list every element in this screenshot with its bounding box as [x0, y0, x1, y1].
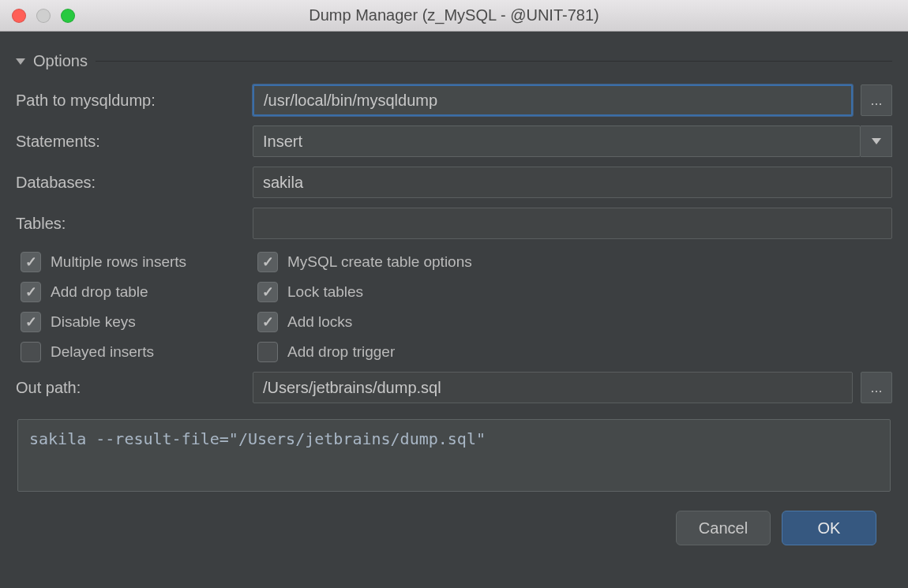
statements-select[interactable]	[253, 125, 892, 157]
multiple-rows-inserts-checkbox[interactable]: ✓ Multiple rows inserts	[16, 252, 253, 272]
outpath-input[interactable]	[253, 372, 853, 403]
checkbox-label: Multiple rows inserts	[51, 253, 186, 271]
checkbox-label: Disable keys	[51, 313, 136, 331]
browse-outpath-button[interactable]: ...	[861, 372, 892, 403]
maximize-window-icon[interactable]	[61, 9, 75, 23]
close-window-icon[interactable]	[12, 9, 26, 23]
checkbox-label: Lock tables	[287, 283, 363, 301]
checkbox-icon: ✓	[21, 312, 41, 332]
checkbox-icon: ✓	[257, 312, 278, 332]
browse-path-button[interactable]: ...	[861, 84, 892, 116]
outpath-label: Out path:	[16, 379, 253, 397]
databases-label: Databases:	[16, 174, 253, 192]
add-drop-trigger-checkbox[interactable]: ✓ Add drop trigger	[253, 342, 892, 362]
divider	[96, 61, 892, 62]
delayed-inserts-checkbox[interactable]: ✓ Delayed inserts	[16, 342, 253, 362]
ok-button[interactable]: OK	[782, 511, 876, 545]
chevron-down-icon	[16, 58, 25, 65]
tables-label: Tables:	[16, 215, 253, 233]
statements-dropdown-button[interactable]	[861, 125, 892, 157]
checkbox-label: MySQL create table options	[287, 253, 472, 271]
checkbox-icon: ✓	[257, 252, 278, 272]
window-controls	[0, 9, 75, 23]
add-locks-checkbox[interactable]: ✓ Add locks	[253, 312, 892, 332]
window-title: Dump Manager (z_MySQL - @UNIT-781)	[0, 6, 908, 24]
tables-input[interactable]	[253, 208, 892, 239]
minimize-window-icon	[36, 9, 51, 23]
statements-value[interactable]	[253, 125, 861, 157]
add-drop-table-checkbox[interactable]: ✓ Add drop table	[16, 282, 253, 302]
section-title: Options	[33, 52, 88, 70]
options-section-toggle[interactable]: Options	[16, 52, 892, 70]
checkbox-icon: ✓	[21, 342, 41, 362]
checkbox-label: Add drop table	[51, 283, 148, 301]
checkbox-label: Add drop trigger	[287, 343, 395, 361]
checkbox-label: Add locks	[287, 313, 352, 331]
checkbox-label: Delayed inserts	[51, 343, 154, 361]
chevron-down-icon	[872, 138, 881, 144]
checkbox-icon: ✓	[257, 282, 278, 302]
databases-input[interactable]	[253, 167, 892, 198]
checkbox-icon: ✓	[21, 282, 41, 302]
titlebar: Dump Manager (z_MySQL - @UNIT-781)	[0, 0, 908, 32]
disable-keys-checkbox[interactable]: ✓ Disable keys	[16, 312, 253, 332]
mysqldump-path-input[interactable]	[253, 84, 853, 116]
statements-label: Statements:	[16, 133, 253, 151]
checkbox-icon: ✓	[257, 342, 278, 362]
cancel-button[interactable]: Cancel	[676, 511, 771, 545]
path-label: Path to mysqldump:	[16, 92, 253, 110]
mysql-create-table-checkbox[interactable]: ✓ MySQL create table options	[253, 252, 892, 272]
command-preview[interactable]: sakila --result-file="/Users/jetbrains/d…	[17, 419, 891, 492]
checkbox-icon: ✓	[21, 252, 41, 272]
lock-tables-checkbox[interactable]: ✓ Lock tables	[253, 282, 892, 302]
